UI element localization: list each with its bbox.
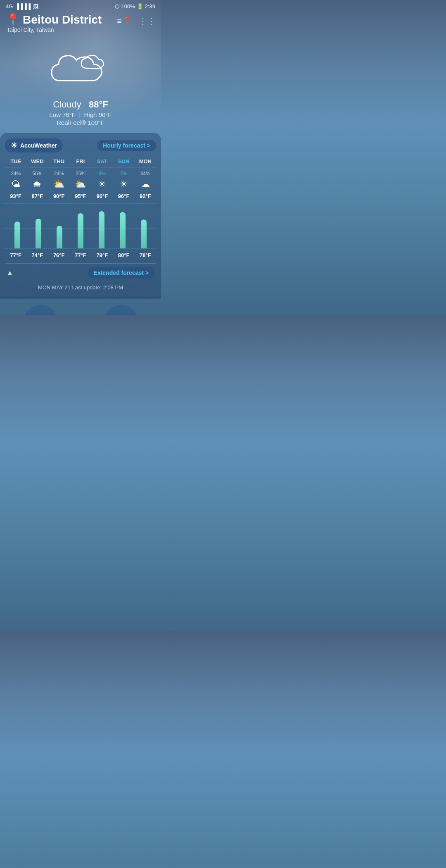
days-lowtemp: 77°F74°F76°F77°F79°F80°F78°F	[5, 252, 156, 258]
bar-sat	[99, 211, 104, 248]
day-icon-mon: ☁	[135, 179, 156, 190]
precip-mon: 44%	[135, 171, 156, 176]
pin-icon: 📍	[6, 13, 20, 26]
status-bar: 4G ▐▐▐▐ 🖼 ⬡ 100% 🔋 2:39	[0, 0, 161, 11]
low-temp-fri: 77°F	[70, 252, 91, 258]
nav-bubble-left	[24, 305, 57, 315]
location-list-icon[interactable]: ≡📍	[117, 16, 132, 26]
weather-icon-area	[0, 33, 161, 95]
extended-forecast-button[interactable]: Extended forecast >	[88, 267, 154, 279]
clock: 2:39	[145, 3, 155, 10]
last-update: MON MAY 21 Last update: 2:08 PM	[5, 282, 156, 295]
triangle-icon: ▲	[7, 269, 13, 277]
high-temp-fri: 95°F	[70, 193, 91, 199]
high-temp-thu: 90°F	[48, 193, 70, 199]
bar-chart	[5, 203, 156, 249]
accuweather-logo: ☀ AccuWeather	[5, 138, 63, 153]
day-label-mon: MON	[135, 158, 156, 165]
bottom-nav-hint	[0, 299, 161, 315]
precip-wed: 56%	[26, 171, 48, 176]
precip-sat: 3%	[91, 171, 113, 176]
nav-bubble-right	[104, 305, 138, 315]
day-icon-tue: 🌤	[5, 179, 26, 190]
location-name: 📍 Beitou District	[6, 13, 102, 26]
day-label-sat: SAT	[91, 158, 113, 165]
bar-sun	[120, 212, 126, 248]
header-icons: ≡📍 ⋮⋮	[117, 16, 155, 26]
bar-fri	[78, 213, 83, 248]
realfeel: RealFeel® 100°F	[0, 119, 161, 126]
day-icon-fri: ⛅	[70, 179, 91, 190]
high-temp-sat: 96°F	[91, 193, 113, 199]
rotate-icon: ⬡	[115, 3, 119, 10]
status-left: 4G ▐▐▐▐ 🖼	[6, 3, 38, 10]
days-hightemp: 93°F87°F90°F95°F96°F96°F92°F	[5, 193, 156, 199]
signal-icon: 4G	[6, 3, 13, 10]
more-icon[interactable]: ⋮⋮	[139, 16, 155, 26]
location-block: 📍 Beitou District Taipei City, Taiwan	[6, 13, 102, 33]
image-icon: 🖼	[33, 3, 38, 10]
day-label-fri: FRI	[70, 158, 91, 165]
extended-line	[17, 273, 84, 273]
accu-bar: ☀ AccuWeather Hourly forecast >	[5, 138, 156, 153]
day-label-sun: SUN	[113, 158, 134, 165]
bottom-bar: ▲ Extended forecast >	[5, 263, 156, 282]
precip-thu: 24%	[48, 171, 70, 176]
day-label-wed: WED	[26, 158, 48, 165]
days-header: TUEWEDTHUFRISATSUNMON	[5, 158, 156, 165]
current-condition-temp: Cloudy 88°F	[0, 99, 161, 110]
day-icon-wed: 🌧	[26, 179, 48, 190]
bar-col-mon	[133, 204, 154, 248]
high-temp-mon: 92°F	[135, 193, 156, 199]
day-icon-sat: ☀	[91, 179, 113, 190]
cloud-icon	[47, 45, 114, 91]
accu-sun-icon: ☀	[11, 141, 17, 150]
current-temp: 88°F	[89, 99, 108, 110]
bar-wed	[36, 219, 41, 248]
low-temp-thu: 76°F	[48, 252, 70, 258]
precip-sun: 7%	[113, 171, 134, 176]
bar-mon	[141, 219, 147, 248]
day-label-thu: THU	[48, 158, 70, 165]
low-temp-tue: 77°F	[5, 252, 26, 258]
bar-col-sun	[112, 204, 133, 248]
bar-col-thu	[49, 204, 70, 248]
days-precip: 24%56%24%25%3%7%44%	[5, 171, 156, 176]
status-right: ⬡ 100% 🔋 2:39	[115, 3, 155, 10]
location-sub: Taipei City, Taiwan	[7, 26, 102, 33]
hourly-forecast-button[interactable]: Hourly forecast >	[97, 140, 156, 151]
high-temp-wed: 87°F	[26, 193, 48, 199]
precip-fri: 25%	[70, 171, 91, 176]
days-icons: 🌤🌧⛅⛅☀☀☁	[5, 179, 156, 190]
bar-tue	[14, 222, 20, 248]
bars-icon: ▐▐▐▐	[15, 3, 31, 10]
bar-col-tue	[7, 204, 28, 248]
forecast-panel: ☀ AccuWeather Hourly forecast > TUEWEDTH…	[0, 133, 161, 299]
precip-tue: 24%	[5, 171, 26, 176]
day-icon-thu: ⛅	[48, 179, 70, 190]
low-temp-sat: 79°F	[91, 252, 113, 258]
low-temp-sun: 80°F	[113, 252, 134, 258]
day-label-tue: TUE	[5, 158, 26, 165]
temp-range: Low 76°F | High 90°F	[0, 111, 161, 118]
battery-percent: 100%	[121, 3, 135, 10]
high-temp-sun: 96°F	[113, 193, 134, 199]
bar-col-sat	[91, 204, 112, 248]
battery-icon: 🔋	[137, 3, 143, 10]
bar-col-wed	[28, 204, 49, 248]
header: 📍 Beitou District Taipei City, Taiwan ≡📍…	[0, 11, 161, 33]
day-icon-sun: ☀	[113, 179, 134, 190]
current-weather: Cloudy 88°F Low 76°F | High 90°F RealFee…	[0, 95, 161, 133]
bar-thu	[57, 226, 62, 248]
days-divider	[5, 167, 156, 167]
low-temp-wed: 74°F	[26, 252, 48, 258]
high-temp-tue: 93°F	[5, 193, 26, 199]
bar-col-fri	[70, 204, 91, 248]
low-temp-mon: 78°F	[135, 252, 156, 258]
